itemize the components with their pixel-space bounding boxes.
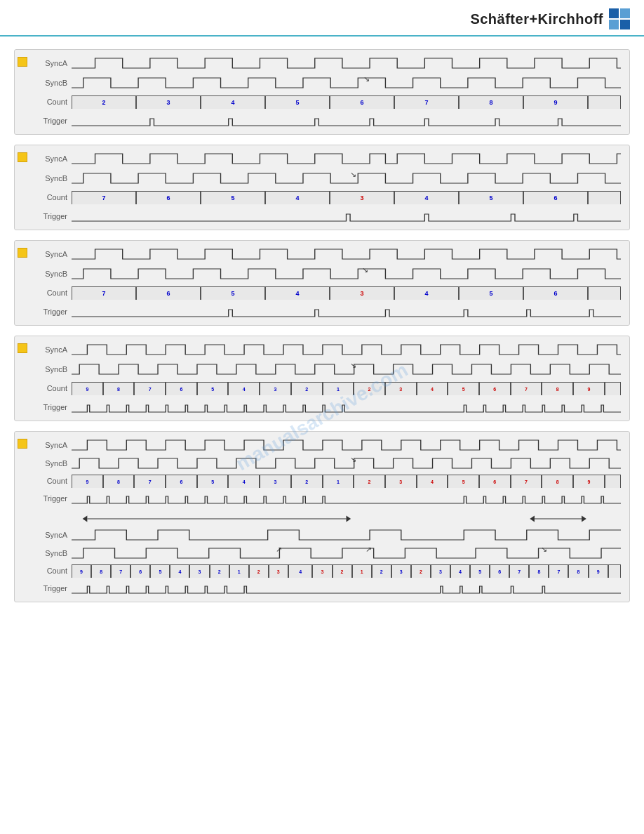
syncb-row-5a: SyncB ↘ xyxy=(33,456,621,471)
brand-logo xyxy=(609,8,630,29)
synca-track-1 xyxy=(72,55,621,71)
count-seg-4-12: 4 xyxy=(417,383,448,395)
count-track-2: 7 6 5 4 3 4 5 6 xyxy=(72,191,621,204)
page-header: Schäfter+Kirchhoff xyxy=(0,0,644,37)
synca-row-5b: SyncA xyxy=(33,527,621,543)
count-seg-3-6: 4 xyxy=(394,287,459,300)
count-seg-4-3: 7 xyxy=(134,383,166,395)
count-seg-5b-13: 3 xyxy=(312,565,332,578)
count-seg-2-7: 5 xyxy=(459,192,523,204)
count-seg-5a-7: 3 xyxy=(260,475,291,488)
count-seg-5b-16: 2 xyxy=(372,565,391,578)
count-seg-1-2: 3 xyxy=(136,96,201,109)
count-seg-5b-9: 1 xyxy=(229,565,249,578)
trigger-label-3: Trigger xyxy=(33,307,72,316)
count-seg-3-1: 7 xyxy=(72,287,136,300)
count-track-1: 2 3 4 5 6 7 8 9 xyxy=(72,95,621,108)
logo-sq4 xyxy=(620,20,630,29)
count-seg-5a-6: 4 xyxy=(228,475,260,488)
panel-3: SyncA SyncB ↘ Count xyxy=(14,240,630,326)
count-seg-3-4: 4 xyxy=(265,287,330,300)
count-seg-4-18 xyxy=(605,383,621,395)
count-seg-5b-22: 6 xyxy=(490,565,509,578)
count-seg-5a-9: 1 xyxy=(323,475,354,488)
trigger-row-1: Trigger xyxy=(33,113,621,128)
synca-row-2: SyncA xyxy=(33,151,621,166)
count-seg-5b-27: 9 xyxy=(589,565,608,578)
svg-text:↘: ↘ xyxy=(350,456,356,463)
count-seg-2-9 xyxy=(588,192,621,204)
svg-text:↘: ↘ xyxy=(362,266,368,274)
count-track-3: 7 6 5 4 3 4 5 6 xyxy=(72,286,621,299)
count-label-3: Count xyxy=(33,289,72,297)
logo-sq1 xyxy=(609,8,619,18)
syncb-track-1: ↘ xyxy=(72,75,621,91)
svg-text:↘: ↘ xyxy=(350,171,356,178)
count-seg-4-15: 7 xyxy=(511,383,542,395)
count-seg-5a-5: 5 xyxy=(197,475,229,488)
count-seg-4-2: 8 xyxy=(103,383,135,395)
count-label-5a: Count xyxy=(33,477,72,485)
count-seg-5b-14: 2 xyxy=(333,565,352,578)
count-row-2: Count 7 6 5 4 3 4 5 6 xyxy=(33,190,621,204)
count-seg-5a-13: 5 xyxy=(448,475,479,488)
double-arrow-row xyxy=(33,512,621,524)
count-seg-5a-16: 8 xyxy=(542,475,573,488)
count-seg-2-3: 5 xyxy=(201,192,265,204)
count-seg-5a-8: 2 xyxy=(291,475,323,488)
syncb-row-3: SyncB ↘ xyxy=(33,266,621,282)
brand-name: Schäfter+Kirchhoff xyxy=(470,11,603,27)
count-seg-3-8: 6 xyxy=(523,287,588,300)
count-seg-5b-4: 6 xyxy=(130,565,150,578)
panel-5-indicator xyxy=(15,432,30,602)
synca-label-5a: SyncA xyxy=(33,441,72,449)
count-seg-5b-18: 2 xyxy=(411,565,431,578)
count-seg-5b-7: 3 xyxy=(189,565,209,578)
trigger-row-5a: Trigger xyxy=(33,491,621,506)
panel-4: SyncA SyncB ↘ Count xyxy=(14,336,630,421)
synca-track-2 xyxy=(72,151,621,166)
panel-2-content: SyncA SyncB ↘ Count xyxy=(30,145,629,230)
count-seg-2-2: 6 xyxy=(136,192,201,204)
count-seg-1-6: 7 xyxy=(394,96,459,109)
panel-5: SyncA SyncB ↘ Count xyxy=(14,431,630,602)
count-seg-5b-15: 1 xyxy=(352,565,372,578)
panel-1: SyncA SyncB ↘ xyxy=(14,49,630,135)
panel-1-yellow-box xyxy=(18,57,27,67)
syncb-label-3: SyncB xyxy=(33,270,72,278)
panel-1-content: SyncA SyncB ↘ xyxy=(30,50,629,134)
count-seg-5b-28 xyxy=(608,565,621,578)
panel-5-yellow-box xyxy=(18,439,27,449)
count-seg-5b-17: 3 xyxy=(391,565,411,578)
panel-3-yellow-box xyxy=(18,248,27,258)
trigger-track-5a xyxy=(72,491,621,506)
syncb-track-5b: ↗ ↗ ↘ xyxy=(72,545,621,561)
count-label-2: Count xyxy=(33,193,72,201)
svg-text:↘: ↘ xyxy=(541,545,547,553)
synca-row-5a: SyncA xyxy=(33,437,621,453)
count-seg-4-7: 3 xyxy=(260,383,291,395)
synca-label-4: SyncA xyxy=(33,345,72,354)
panel-4-content: SyncA SyncB ↘ Count xyxy=(30,336,629,421)
count-seg-5b-21: 5 xyxy=(470,565,490,578)
count-seg-2-5: 3 xyxy=(330,192,394,204)
syncb-label-5a: SyncB xyxy=(33,459,72,468)
trigger-track-4 xyxy=(72,399,621,415)
count-row-3: Count 7 6 5 4 3 4 5 6 xyxy=(33,286,621,300)
syncb-track-4: ↘ xyxy=(72,362,621,377)
count-seg-4-17: 9 xyxy=(573,383,605,395)
svg-text:↗: ↗ xyxy=(365,545,372,553)
count-seg-4-6: 4 xyxy=(228,383,260,395)
count-seg-5a-17: 9 xyxy=(573,475,605,488)
count-seg-5b-26: 8 xyxy=(568,565,588,578)
count-seg-5b-20: 4 xyxy=(450,565,470,578)
count-seg-1-4: 5 xyxy=(265,96,330,109)
count-seg-1-5: 6 xyxy=(330,96,394,109)
count-seg-1-7: 8 xyxy=(459,96,523,109)
trigger-track-3 xyxy=(72,304,621,319)
count-label-4: Count xyxy=(33,384,72,392)
svg-text:↗: ↗ xyxy=(276,545,282,553)
count-seg-5a-11: 3 xyxy=(385,475,417,488)
count-seg-4-1: 9 xyxy=(72,383,103,395)
count-seg-1-1: 2 xyxy=(72,96,136,109)
